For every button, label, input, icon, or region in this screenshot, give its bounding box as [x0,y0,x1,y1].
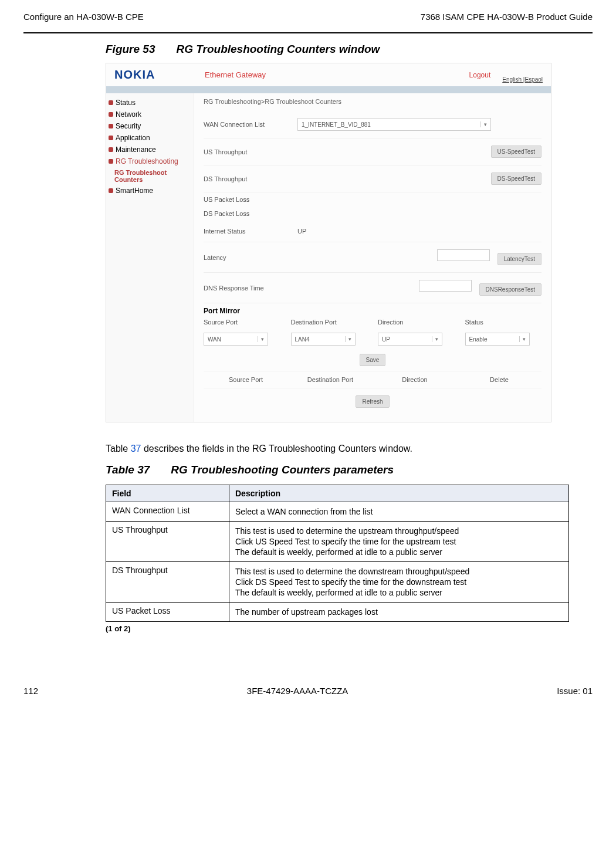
header-right: 7368 ISAM CPE HA-030W-B Product Guide [421,12,593,22]
pm-dest-select[interactable]: LAN4▾ [291,333,356,346]
dns-response-label: DNS Response Time [204,285,297,292]
cell-field: DS Throughput [106,562,229,603]
table-label: Table 37 [106,463,150,476]
desc-line: The default is weekly, performed at idle… [235,588,563,597]
chevron-down-icon: ▾ [258,336,264,342]
dns-response-input[interactable] [419,280,472,292]
port-mirror-title: Port Mirror [204,307,541,315]
wan-connection-value: 1_INTERNET_B_VID_881 [302,121,371,128]
wan-connection-select[interactable]: 1_INTERNET_B_VID_881 ▾ [297,118,491,131]
us-throughput-label: US Throughput [204,148,297,155]
sidebar-item-smarthome[interactable]: SmartHome [106,185,194,197]
nokia-logo: NOKIA [114,68,191,82]
table-title: Table 37RG Troubleshooting Counters para… [106,463,593,476]
header-divider [23,32,593,33]
pm-header-source: Source Port [204,319,280,326]
table-row: DS Throughput This test is used to deter… [106,562,569,603]
cell-desc: The number of upstream packages lost [229,603,569,622]
caption-link[interactable]: 37 [131,444,141,454]
table-row: US Throughput This test is used to deter… [106,522,569,562]
pm-status-value: Enable [469,336,488,343]
figure-label: Figure 53 [106,43,155,55]
wan-connection-label: WAN Connection List [204,121,297,128]
sidebar-item-status[interactable]: Status [106,97,194,109]
save-button[interactable]: Save [360,354,386,366]
caption-post: describes the fields in the RG Troublesh… [141,444,412,454]
pm-header-status: Status [465,319,542,326]
sidebar-item-application[interactable]: Application [106,132,194,144]
col-source-port: Source Port [204,376,288,383]
table-caption: RG Troubleshooting Counters parameters [171,463,394,476]
latency-input[interactable] [437,249,490,261]
internet-status-value: UP [297,228,541,235]
desc-line: Click DS Speed Test to specify the time … [235,577,563,587]
us-packet-loss-label: US Packet Loss [204,196,297,203]
internet-status-label: Internet Status [204,228,297,235]
cell-field: US Packet Loss [106,603,229,622]
desc-line: The default is weekly, performed at idle… [235,547,563,557]
th-field: Field [106,485,229,502]
desc-line: This test is used to determine the downs… [235,567,563,576]
pm-header-dest: Destination Port [291,319,368,326]
desc-line: Select a WAN connection from the list [235,507,563,516]
ds-throughput-label: DS Throughput [204,175,297,182]
col-direction: Direction [373,376,457,383]
screenshot-header: NOKIA Ethernet Gateway Logout English |E… [106,63,551,93]
figure-title: Figure 53RG Troubleshooting Counters win… [106,43,593,56]
latency-label: Latency [204,254,297,261]
sidebar-subitem-counters[interactable]: RG Troubleshoot Counters [106,167,194,185]
cell-desc: Select a WAN connection from the list [229,502,569,522]
screenshot-container: NOKIA Ethernet Gateway Logout English |E… [106,63,551,422]
pm-dest-value: LAN4 [295,336,310,343]
header-left: Configure an HA-030W-B CPE [23,12,144,22]
logout-link[interactable]: Logout [469,71,491,79]
chevron-down-icon: ▾ [345,336,351,342]
sidebar-item-maintenance[interactable]: Maintenance [106,144,194,155]
us-speedtest-button[interactable]: US-SpeedTest [491,145,541,158]
pm-source-value: WAN [208,336,221,343]
breadcrumb: RG Troubleshooting>RG Troubleshoot Count… [204,98,541,105]
pm-direction-select[interactable]: UP▾ [378,333,442,346]
cell-desc: This test is used to determine the downs… [229,562,569,603]
sidebar: Status Network Security Application Main… [106,93,194,422]
latency-test-button[interactable]: LatencyTest [497,253,541,265]
footer-page: 112 [23,686,38,696]
cell-field: US Throughput [106,522,229,562]
gateway-title: Ethernet Gateway [191,70,469,79]
table-row: US Packet Loss The number of upstream pa… [106,603,569,622]
table-row: WAN Connection List Select a WAN connect… [106,502,569,522]
footer-issue: Issue: 01 [557,686,593,696]
refresh-button[interactable]: Refresh [356,395,389,408]
sidebar-item-rg-troubleshooting[interactable]: RG Troubleshooting [106,155,194,167]
chevron-down-icon: ▾ [432,336,438,342]
pm-source-select[interactable]: WAN▾ [204,333,268,346]
footer-doc: 3FE-47429-AAAA-TCZZA [247,686,348,696]
caption-pre: Table [106,444,131,454]
col-dest-port: Destination Port [288,376,373,383]
cell-field: WAN Connection List [106,502,229,522]
pm-header-direction: Direction [378,319,455,326]
col-delete: Delete [457,376,541,383]
pager-note: (1 of 2) [106,624,593,633]
ds-speedtest-button[interactable]: DS-SpeedTest [491,172,541,185]
desc-line: The number of upstream packages lost [235,607,563,617]
figure-caption: RG Troubleshooting Counters window [176,43,380,55]
caption-line: Table 37 describes the fields in the RG … [106,444,593,454]
cell-desc: This test is used to determine the upstr… [229,522,569,562]
sidebar-item-security[interactable]: Security [106,120,194,132]
parameters-table: Field Description WAN Connection List Se… [106,485,569,622]
desc-line: This test is used to determine the upstr… [235,526,563,536]
th-description: Description [229,485,569,502]
sidebar-item-network[interactable]: Network [106,109,194,120]
desc-line: Click US Speed Test to specify the time … [235,537,563,546]
chevron-down-icon: ▾ [519,336,526,342]
pm-status-select[interactable]: Enable▾ [465,333,530,346]
pm-direction-value: UP [382,336,390,343]
ds-packet-loss-label: DS Packet Loss [204,210,297,217]
dns-response-test-button[interactable]: DNSResponseTest [479,283,541,296]
language-links[interactable]: English |Espaol [502,76,543,83]
chevron-down-icon: ▾ [480,121,487,127]
